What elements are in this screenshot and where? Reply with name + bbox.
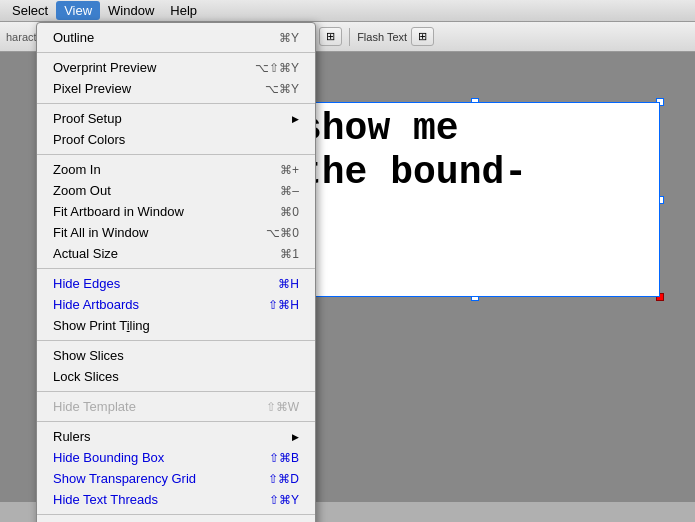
show-slices-label: Show Slices	[53, 348, 124, 363]
hide-edges-label: Hide Edges	[53, 276, 120, 291]
outline-shortcut: ⌘Y	[279, 31, 299, 45]
grid-icon: ⊞	[326, 30, 335, 43]
menu-item-outline[interactable]: Outline ⌘Y	[37, 27, 315, 48]
zoom-out-label: Zoom Out	[53, 183, 111, 198]
overprint-preview-label: Overprint Preview	[53, 60, 156, 75]
text-line-1: show me	[299, 107, 651, 151]
overprint-shortcut: ⌥⇧⌘Y	[255, 61, 299, 75]
menu-item-actual-size[interactable]: Actual Size ⌘1	[37, 243, 315, 264]
sep-8	[37, 514, 315, 515]
fit-all-shortcut: ⌥⌘0	[266, 226, 299, 240]
menu-item-fit-artboard[interactable]: Fit Artboard in Window ⌘0	[37, 201, 315, 222]
view-dropdown-menu: Outline ⌘Y Overprint Preview ⌥⇧⌘Y Pixel …	[36, 22, 316, 522]
menubar-item-window[interactable]: Window	[100, 1, 162, 20]
hide-artboards-label: Hide Artboards	[53, 297, 139, 312]
sep-1	[37, 52, 315, 53]
flash-text-button[interactable]: ⊞	[411, 27, 434, 46]
menubar: Select View Window Help	[0, 0, 695, 22]
hide-template-shortcut: ⇧⌘W	[266, 400, 299, 414]
menu-item-fit-all[interactable]: Fit All in Window ⌥⌘0	[37, 222, 315, 243]
menu-item-show-transparency-grid[interactable]: Show Transparency Grid ⇧⌘D	[37, 468, 315, 489]
hide-edges-shortcut: ⌘H	[278, 277, 299, 291]
menu-item-hide-artboards[interactable]: Hide Artboards ⇧⌘H	[37, 294, 315, 315]
sep-6	[37, 391, 315, 392]
pixel-preview-label: Pixel Preview	[53, 81, 131, 96]
menu-item-proof-setup[interactable]: Proof Setup	[37, 108, 315, 129]
sep-4	[37, 268, 315, 269]
menubar-item-select[interactable]: Select	[4, 1, 56, 20]
text-box-border: show me the bound-	[290, 102, 660, 297]
menu-item-hide-bounding-box[interactable]: Hide Bounding Box ⇧⌘B	[37, 447, 315, 468]
hide-artboards-shortcut: ⇧⌘H	[268, 298, 299, 312]
fit-artboard-label: Fit Artboard in Window	[53, 204, 184, 219]
menu-item-overprint-preview[interactable]: Overprint Preview ⌥⇧⌘Y	[37, 57, 315, 78]
menu-item-pixel-preview[interactable]: Pixel Preview ⌥⌘Y	[37, 78, 315, 99]
proof-setup-label: Proof Setup	[53, 111, 122, 126]
zoom-out-shortcut: ⌘–	[280, 184, 299, 198]
menu-item-lock-slices[interactable]: Lock Slices	[37, 366, 315, 387]
sep-5	[37, 340, 315, 341]
show-print-tiling-label: Show Print Tiling	[53, 318, 150, 333]
pixel-shortcut: ⌥⌘Y	[265, 82, 299, 96]
lock-slices-label: Lock Slices	[53, 369, 119, 384]
sep-3	[37, 154, 315, 155]
menu-item-show-slices[interactable]: Show Slices	[37, 345, 315, 366]
canvas-text: show me the bound-	[291, 103, 659, 198]
proof-colors-label: Proof Colors	[53, 132, 125, 147]
hide-bounding-box-shortcut: ⇧⌘B	[269, 451, 299, 465]
menu-item-hide-edges[interactable]: Hide Edges ⌘H	[37, 273, 315, 294]
show-transparency-grid-label: Show Transparency Grid	[53, 471, 196, 486]
hide-text-threads-label: Hide Text Threads	[53, 492, 158, 507]
zoom-in-shortcut: ⌘+	[280, 163, 299, 177]
actual-size-label: Actual Size	[53, 246, 118, 261]
menu-item-rulers[interactable]: Rulers	[37, 426, 315, 447]
menubar-item-view[interactable]: View	[56, 1, 100, 20]
hide-bounding-box-label: Hide Bounding Box	[53, 450, 164, 465]
rulers-label: Rulers	[53, 429, 91, 444]
opacity-options-button[interactable]: ⊞	[319, 27, 342, 46]
sep-2	[37, 103, 315, 104]
actual-size-shortcut: ⌘1	[280, 247, 299, 261]
menu-item-hide-text-threads[interactable]: Hide Text Threads ⇧⌘Y	[37, 489, 315, 510]
menu-item-hide-template[interactable]: Hide Template ⇧⌘W	[37, 396, 315, 417]
text-frame[interactable]: show me the bound-	[290, 102, 660, 297]
sep-7	[37, 421, 315, 422]
flash-text-label: Flash Text	[357, 31, 407, 43]
menu-item-zoom-out[interactable]: Zoom Out ⌘–	[37, 180, 315, 201]
show-transparency-grid-shortcut: ⇧⌘D	[268, 472, 299, 486]
menu-item-show-print-tiling[interactable]: Show Print Tiling	[37, 315, 315, 336]
menu-item-proof-colors[interactable]: Proof Colors	[37, 129, 315, 150]
zoom-in-label: Zoom In	[53, 162, 101, 177]
text-line-2: the bound-	[299, 151, 651, 195]
hide-template-label: Hide Template	[53, 399, 136, 414]
fit-artboard-shortcut: ⌘0	[280, 205, 299, 219]
menu-item-zoom-in[interactable]: Zoom In ⌘+	[37, 159, 315, 180]
menubar-item-help[interactable]: Help	[162, 1, 205, 20]
hide-text-threads-shortcut: ⇧⌘Y	[269, 493, 299, 507]
fit-all-label: Fit All in Window	[53, 225, 148, 240]
toolbar-sep-3	[349, 28, 350, 46]
outline-label: Outline	[53, 30, 94, 45]
grid2-icon: ⊞	[418, 30, 427, 43]
